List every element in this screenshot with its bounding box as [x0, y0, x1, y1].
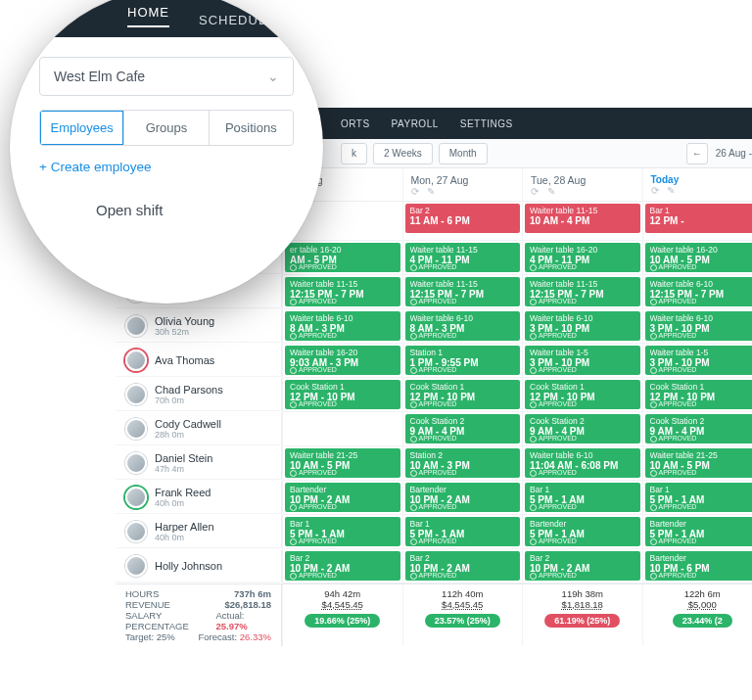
- create-employee-link[interactable]: + Create employee: [39, 160, 294, 174]
- employee-name: Chad Parsons: [155, 384, 223, 396]
- shift-card[interactable]: Waiter table 21-25 10 AM - 5 PM APPROVED: [645, 448, 753, 478]
- location-label: West Elm Cafe: [54, 69, 145, 84]
- prev-week-button[interactable]: ←: [686, 143, 708, 164]
- day-header: Mon, 27 Aug ⟳ ✎: [402, 168, 523, 202]
- shift-card[interactable]: Bar 2 10 PM - 2 AM APPROVED: [405, 551, 521, 581]
- nav-payroll[interactable]: PAYROLL: [392, 118, 439, 129]
- day-actions[interactable]: ⟳ ✎: [411, 186, 515, 197]
- shift-card[interactable]: Bartender 10 PM - 2 AM APPROVED: [285, 483, 400, 512]
- salary-pill: 23.57% (25%): [425, 614, 500, 628]
- tab-groups[interactable]: Groups: [123, 111, 208, 145]
- employee-name: Holly Johnson: [155, 560, 222, 572]
- nav-home[interactable]: HOME: [127, 5, 169, 27]
- range-2weeks-button[interactable]: 2 Weeks: [373, 143, 433, 164]
- range-month-button[interactable]: Month: [439, 143, 488, 164]
- shift-card[interactable]: Station 2 10 AM - 3 PM APPROVED: [405, 448, 521, 478]
- summary-footer: HOURS737h 6m REVENUE$26,818.18 SALARY PE…: [116, 583, 752, 646]
- shift-card[interactable]: Waiter table 16-20 9:03 AM - 3 PM APPROV…: [285, 346, 400, 375]
- shift-card[interactable]: Waiter table 11-15 12:15 PM - 7 PM APPRO…: [525, 277, 640, 306]
- open-shift-card[interactable]: Waiter table 11-1510 AM - 4 PM: [525, 204, 640, 233]
- shift-card[interactable]: Waiter table 21-25 10 AM - 5 PM APPROVED: [285, 448, 400, 478]
- open-shift-card[interactable]: Bar 211 AM - 6 PM: [405, 204, 521, 233]
- avatar: [125, 315, 147, 337]
- shift-card[interactable]: er table 16-20 AM - 5 PM APPROVED: [285, 243, 400, 272]
- employee-row[interactable]: Ava Thomas: [116, 344, 282, 377]
- avatar: [125, 452, 147, 474]
- shift-card[interactable]: Station 1 1 PM - 9:55 PM APPROVED: [405, 346, 521, 375]
- shift-card[interactable]: Waiter table 6-10 8 AM - 3 PM APPROVED: [405, 311, 521, 341]
- shift-card[interactable]: Cook Station 2 9 AM - 4 PM APPROVED: [645, 414, 753, 443]
- avatar: [125, 555, 147, 577]
- summary-column: 94h 42m $4,545.45 19.66% (25%): [282, 583, 402, 646]
- employee-row[interactable]: Harper Allen 40h 0m: [116, 515, 282, 548]
- shift-card[interactable]: Cook Station 1 12 PM - 10 PM APPROVED: [645, 380, 753, 409]
- location-select[interactable]: West Elm Cafe ⌄: [39, 57, 294, 96]
- shift-card[interactable]: Waiter table 6-10 3 PM - 10 PM APPROVED: [525, 311, 640, 341]
- employee-name: Olivia Young: [155, 315, 214, 327]
- open-shift-row-label: Open shift: [96, 202, 323, 218]
- shift-card[interactable]: Bar 1 5 PM - 1 AM APPROVED: [285, 517, 400, 546]
- employee-name: Harper Allen: [155, 521, 214, 533]
- shift-card[interactable]: Bar 2 10 PM - 2 AM APPROVED: [525, 551, 640, 581]
- employee-row[interactable]: Frank Reed 40h 0m: [116, 481, 282, 514]
- nav-schedule[interactable]: SCHEDUL: [199, 13, 266, 27]
- shift-card[interactable]: Bartender 5 PM - 1 AM APPROVED: [525, 517, 640, 546]
- salary-pill: 19.66% (25%): [305, 614, 380, 628]
- summary-column: 119h 38m $1,818.18 61.19% (25%): [522, 583, 642, 646]
- shift-card[interactable]: Bartender 5 PM - 1 AM APPROVED: [645, 517, 753, 546]
- employee-row[interactable]: Chad Parsons 70h 0m: [116, 378, 282, 411]
- shift-card[interactable]: Bartender 10 PM - 2 AM APPROVED: [405, 483, 521, 512]
- shift-card[interactable]: Waiter table 11-15 12:15 PM - 7 PM APPRO…: [405, 277, 521, 306]
- summary-column: 112h 40m $4,545.45 23.57% (25%): [402, 583, 523, 646]
- open-shift-card[interactable]: Bar 112 PM -: [645, 204, 753, 233]
- shift-card[interactable]: Waiter table 6-10 8 AM - 3 PM APPROVED: [285, 311, 400, 341]
- day-actions[interactable]: ⟳ ✎: [651, 185, 753, 196]
- shift-card[interactable]: Waiter table 1-5 3 PM - 10 PM APPROVED: [645, 346, 753, 375]
- date-range-label[interactable]: 26 Aug -: [716, 148, 752, 159]
- employee-row[interactable]: Olivia Young 30h 52m: [116, 309, 282, 343]
- shift-card[interactable]: Bar 1 5 PM - 1 AM APPROVED: [525, 483, 640, 512]
- shift-card[interactable]: Cook Station 1 12 PM - 10 PM APPROVED: [525, 380, 640, 409]
- day-actions[interactable]: ⟳ ✎: [531, 186, 634, 197]
- employee-hours: 70h 0m: [155, 396, 223, 405]
- tab-employees[interactable]: Employees: [40, 111, 123, 145]
- shift-card[interactable]: Bar 1 5 PM - 1 AM APPROVED: [405, 517, 521, 546]
- shift-card[interactable]: Bartender 10 PM - 6 PM APPROVED: [645, 551, 753, 581]
- shift-card[interactable]: Waiter table 6-10 12:15 PM - 7 PM APPROV…: [645, 277, 753, 306]
- range-week-button[interactable]: k: [341, 143, 367, 164]
- nav-settings[interactable]: SETTINGS: [460, 118, 513, 129]
- shift-card[interactable]: Bar 2 10 PM - 2 AM APPROVED: [285, 551, 400, 581]
- shift-card[interactable]: Cook Station 2 9 AM - 4 PM APPROVED: [525, 414, 640, 443]
- avatar: [125, 521, 147, 542]
- nav-reports[interactable]: ORTS: [341, 118, 370, 129]
- shift-card[interactable]: Waiter table 1-5 3 PM - 10 PM APPROVED: [525, 346, 640, 375]
- employee-name: Ava Thomas: [155, 354, 214, 366]
- day-header: Tue, 28 Aug ⟳ ✎: [522, 168, 642, 202]
- view-tabs: Employees Groups Positions: [39, 110, 294, 146]
- shift-card[interactable]: Waiter table 11-15 12:15 PM - 7 PM APPRO…: [285, 277, 400, 306]
- employee-hours: 47h 4m: [155, 464, 212, 474]
- employee-name: Frank Reed: [155, 487, 211, 498]
- shift-card[interactable]: Cook Station 2 9 AM - 4 PM APPROVED: [405, 414, 521, 443]
- shift-card[interactable]: Waiter table 6-10 11:04 AM - 6:08 PM APP…: [525, 448, 640, 478]
- chevron-down-icon: ⌄: [267, 69, 279, 84]
- salary-pill: 23.44% (2: [673, 614, 732, 628]
- shift-card[interactable]: Cook Station 1 12 PM - 10 PM APPROVED: [285, 380, 400, 409]
- shift-card[interactable]: Cook Station 1 12 PM - 10 PM APPROVED: [405, 380, 521, 409]
- employee-hours: 28h 0m: [155, 430, 221, 440]
- avatar: [125, 350, 147, 371]
- shift-card[interactable]: Waiter table 11-15 4 PM - 11 PM APPROVED: [405, 243, 521, 272]
- employee-row[interactable]: Cody Cadwell 28h 0m: [116, 412, 282, 445]
- tab-positions[interactable]: Positions: [209, 111, 293, 145]
- shift-card[interactable]: Waiter table 16-20 4 PM - 11 PM APPROVED: [525, 243, 640, 272]
- shift-card[interactable]: Bar 1 5 PM - 1 AM APPROVED: [645, 483, 753, 512]
- salary-pill: 61.19% (25%): [544, 614, 620, 628]
- shift-card[interactable]: Waiter table 16-20 10 AM - 5 PM APPROVED: [645, 243, 753, 272]
- magnifier-lens: HOME SCHEDUL West Elm Cafe ⌄ Employees G…: [10, 0, 323, 303]
- employee-hours: 30h 52m: [155, 327, 214, 337]
- employee-row[interactable]: Holly Johnson: [116, 549, 282, 583]
- lens-nav: HOME SCHEDUL: [10, 0, 323, 37]
- employee-hours: 40h 0m: [155, 533, 214, 542]
- employee-row[interactable]: Daniel Stein 47h 4m: [116, 446, 282, 480]
- shift-card[interactable]: Waiter table 6-10 3 PM - 10 PM APPROVED: [645, 311, 753, 341]
